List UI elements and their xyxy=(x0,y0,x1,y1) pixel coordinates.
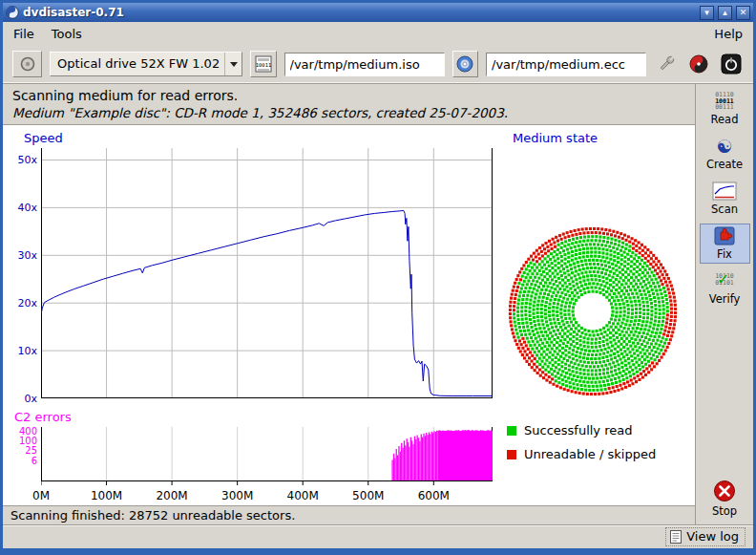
sector-tick-0M: 0M xyxy=(17,489,65,502)
disc-visualization xyxy=(502,221,683,402)
speed-tick-20x: 20x xyxy=(5,297,37,310)
menubar: File Tools Help xyxy=(3,22,753,45)
drive-select-value: Optical drive 52X FW 1.02 xyxy=(51,53,224,75)
stop-button[interactable]: Stop xyxy=(700,479,750,519)
preferences-button[interactable] xyxy=(654,52,679,76)
verify-label: Verify xyxy=(709,292,741,306)
iso-path-input[interactable] xyxy=(284,53,445,76)
close-icon[interactable]: ✕ xyxy=(736,6,750,20)
sector-tick-600M: 600M xyxy=(410,489,457,502)
green-square-icon xyxy=(507,426,516,436)
fix-label: Fix xyxy=(717,247,732,261)
dvdisaster-logo-button[interactable] xyxy=(686,52,711,76)
bottom-bar: View log xyxy=(3,524,753,548)
sector-tick-500M: 500M xyxy=(345,489,392,502)
app-icon xyxy=(6,6,19,19)
scan-result-bar: Scanning finished: 28752 unreadable sect… xyxy=(3,505,695,524)
speed-tick-0x: 0x xyxy=(5,393,37,405)
read-label: Read xyxy=(711,113,739,126)
drive-button[interactable] xyxy=(12,51,42,77)
scan-label: Scan xyxy=(711,203,738,216)
read-button[interactable]: 01110 10011 00111 Read xyxy=(700,89,750,129)
status-headline: Scanning medium for read errors. xyxy=(12,88,685,103)
view-log-label: View log xyxy=(686,529,739,544)
quit-button[interactable] xyxy=(719,52,744,76)
red-square-icon xyxy=(507,450,516,459)
log-document-icon xyxy=(670,530,682,544)
c2-tick-6: 6 xyxy=(5,456,37,466)
legend-item-unreadable: Unreadable / skipped xyxy=(507,447,656,461)
create-button[interactable]: ☯ Create xyxy=(700,134,750,174)
red-disc-logo-icon xyxy=(688,53,709,75)
speed-tick-10x: 10x xyxy=(5,345,37,357)
verify-icon: 10110 01101 ✓ xyxy=(712,271,737,290)
toolbar: Optical drive 52X FW 1.02 10011 xyxy=(3,45,753,84)
ecc-disc-icon xyxy=(455,54,474,74)
ecc-file-button[interactable] xyxy=(452,51,478,77)
stop-label: Stop xyxy=(712,504,737,518)
legend-label-read: Successfully read xyxy=(524,423,632,438)
scan-result-text: Scanning finished: 28752 unreadable sect… xyxy=(10,508,295,523)
chevron-down-icon xyxy=(224,53,242,75)
minimize-icon[interactable]: ▾ xyxy=(700,6,714,20)
ecc-path-input[interactable] xyxy=(486,53,646,76)
drive-select[interactable]: Optical drive 52X FW 1.02 xyxy=(50,52,242,76)
scan-canvas: Speed Medium state 0x10x20x30x40x50x C2 … xyxy=(3,125,695,505)
menu-file[interactable]: File xyxy=(5,24,43,44)
create-icon: ☯ xyxy=(716,137,732,156)
legend-label-unreadable: Unreadable / skipped xyxy=(524,447,656,461)
iso-image-icon: 10011 xyxy=(254,54,273,74)
dvdisaster-window: dvdisaster-0.71 ▾ ▴ ✕ File Tools Help Op… xyxy=(0,0,756,555)
sector-tick-100M: 100M xyxy=(83,489,131,502)
sector-tick-400M: 400M xyxy=(279,489,326,502)
svg-text:10011: 10011 xyxy=(256,62,272,68)
fix-puzzle-icon xyxy=(714,226,735,245)
c2-chart-title: C2 errors xyxy=(14,410,72,424)
speed-tick-30x: 30x xyxy=(5,249,37,262)
view-log-button[interactable]: View log xyxy=(665,527,746,546)
sector-tick-300M: 300M xyxy=(214,489,262,502)
drive-icon xyxy=(20,56,35,72)
toolbar-right-group xyxy=(654,52,744,76)
left-column: Scanning medium for read errors. Medium … xyxy=(3,84,695,524)
speed-tick-50x: 50x xyxy=(5,154,37,166)
content-row: Scanning medium for read errors. Medium … xyxy=(3,84,753,524)
menu-tools[interactable]: Tools xyxy=(43,24,91,44)
stop-icon xyxy=(713,480,736,502)
c2-errors-chart xyxy=(41,427,493,486)
wrench-icon xyxy=(656,53,677,75)
speed-chart-title: Speed xyxy=(24,131,63,145)
scan-icon xyxy=(712,181,737,201)
action-sidebar: 01110 10011 00111 Read ☯ Create Scan xyxy=(695,84,753,524)
info-area: Scanning medium for read errors. Medium … xyxy=(3,84,695,125)
verify-button[interactable]: 10110 01101 ✓ Verify xyxy=(700,268,750,309)
titlebar[interactable]: dvdisaster-0.71 ▾ ▴ ✕ xyxy=(3,3,753,22)
scan-button[interactable]: Scan xyxy=(700,179,750,219)
speed-tick-40x: 40x xyxy=(5,202,37,214)
maximize-icon[interactable]: ▴ xyxy=(718,6,732,20)
sector-tick-200M: 200M xyxy=(148,489,196,502)
fix-button[interactable]: Fix xyxy=(700,224,750,264)
read-icon: 01110 10011 00111 xyxy=(715,92,734,111)
speed-chart xyxy=(41,148,493,398)
create-label: Create xyxy=(706,158,743,171)
medium-description: Medium "Example disc": CD-R mode 1, 3524… xyxy=(12,105,685,120)
medium-state-title: Medium state xyxy=(513,131,598,145)
power-icon xyxy=(721,53,742,75)
legend-item-read: Successfully read xyxy=(507,423,632,438)
iso-file-button[interactable]: 10011 xyxy=(250,51,276,77)
window-title: dvdisaster-0.71 xyxy=(23,6,696,19)
menu-help[interactable]: Help xyxy=(705,24,751,44)
